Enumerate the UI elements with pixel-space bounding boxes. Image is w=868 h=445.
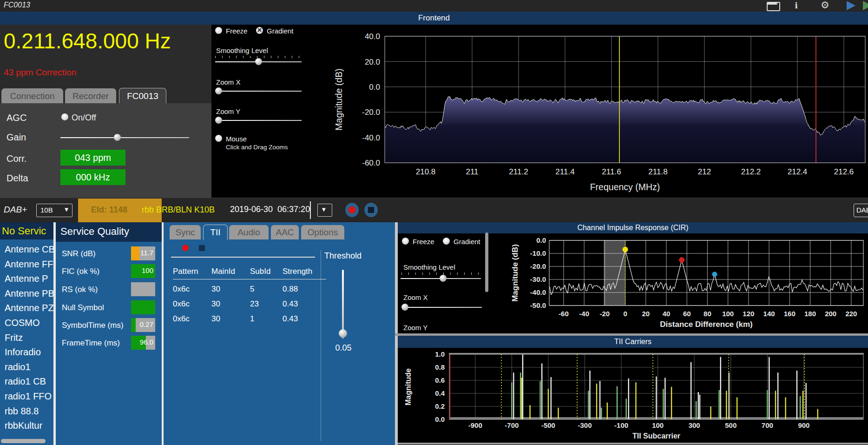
threshold-slider-track[interactable] xyxy=(342,270,344,339)
tuner-panel: 0.211.648.000 Hz 43 ppm Correction Conne… xyxy=(0,25,211,198)
window-title: FC0013 xyxy=(4,1,30,9)
cir-freeze-radio[interactable] xyxy=(402,238,409,245)
quality-row-snr: SNR (dB) 11.7 xyxy=(56,246,162,260)
tab-recorder[interactable]: Recorder xyxy=(65,88,116,104)
tab-tii[interactable]: TII xyxy=(203,225,228,240)
zoom-y-slider-track[interactable] xyxy=(215,120,302,121)
record-button[interactable] xyxy=(345,203,359,217)
svg-text:-40.0: -40.0 xyxy=(362,133,380,142)
eid-value: EId: 1148 xyxy=(91,205,127,215)
service-item[interactable]: Antenne CB xyxy=(0,242,53,257)
tii-table: Pattern MainId SubId Strength 0x6c 30 5 … xyxy=(173,267,326,324)
services-hscrollbar[interactable] xyxy=(1,439,46,443)
svg-text:0.0: 0.0 xyxy=(435,415,445,423)
cir-controls-scrollbar[interactable] xyxy=(485,232,488,292)
zoom-x-slider-handle[interactable] xyxy=(215,87,222,94)
settings-gear-icon[interactable]: ⚙ xyxy=(821,0,829,11)
play-icon[interactable] xyxy=(847,1,855,10)
tii-carriers-plot[interactable]: -900-700-500-300-1001003005007009000.00.… xyxy=(398,348,868,445)
chevron-down-icon: ▼ xyxy=(65,207,68,212)
agc-radio[interactable] xyxy=(61,113,68,120)
tii-record-dot-icon[interactable] xyxy=(182,245,189,251)
col-header-strength: Strength xyxy=(283,267,326,276)
svg-text:-10.0: -10.0 xyxy=(530,249,546,257)
quality-header-label: Service Quality xyxy=(60,226,129,238)
svg-text:300: 300 xyxy=(689,421,700,429)
cir-zoom-x-slider-handle[interactable] xyxy=(401,304,408,311)
service-item[interactable]: rbbKultur xyxy=(0,418,53,433)
ensemble-name: rbb BRB/BLN K10B xyxy=(142,205,215,215)
tab-aac[interactable]: AAC xyxy=(271,225,299,239)
corr-label: Corr. xyxy=(7,153,26,164)
threshold-value: 0.05 xyxy=(332,343,355,353)
gain-slider-track[interactable] xyxy=(60,137,189,138)
play-green-icon[interactable] xyxy=(863,1,868,10)
stop-button[interactable] xyxy=(364,203,378,217)
zoom-y-label: Zoom Y xyxy=(216,107,240,115)
svg-text:-20: -20 xyxy=(600,310,610,318)
spectrum-plot[interactable]: 210.8211211.2211.4211.6211.8212212.2212.… xyxy=(307,25,868,198)
svg-text:120: 120 xyxy=(743,310,754,318)
dab-button[interactable]: DAB xyxy=(854,204,868,217)
tab-connection[interactable]: Connection xyxy=(1,88,63,104)
mouse-radio[interactable] xyxy=(215,135,222,142)
service-item[interactable]: Antenne P xyxy=(0,272,53,286)
threshold-slider-handle[interactable] xyxy=(339,329,347,338)
bar-divider xyxy=(310,201,311,219)
svg-text:-20.0: -20.0 xyxy=(362,108,380,117)
tab-options[interactable]: Options xyxy=(301,225,344,239)
freeze-label: Freeze xyxy=(226,27,248,35)
svg-text:500: 500 xyxy=(725,421,736,429)
cir-gradient-radio[interactable] xyxy=(443,238,450,245)
gradient-radio[interactable] xyxy=(256,27,263,34)
svg-text:Frequency (MHz): Frequency (MHz) xyxy=(590,182,660,192)
cir-smoothing-tickmarks xyxy=(401,272,481,275)
tab-audio[interactable]: Audio xyxy=(229,225,269,239)
threshold-divider xyxy=(321,250,321,441)
gain-slider-handle[interactable] xyxy=(114,134,121,141)
table-row: 0x6c 30 1 0.43 xyxy=(173,309,326,324)
table-row: 0x6c 30 23 0.43 xyxy=(173,294,326,309)
svg-text:0.8: 0.8 xyxy=(435,363,445,371)
svg-text:180: 180 xyxy=(804,310,816,318)
service-item[interactable]: Antenne PBG xyxy=(0,286,53,301)
cir-zoom-x-slider-track[interactable] xyxy=(401,307,482,308)
cir-smoothing-slider-handle[interactable] xyxy=(440,275,447,282)
zoom-x-slider-track[interactable] xyxy=(215,91,302,92)
channel-select[interactable]: 10B ▼ xyxy=(36,204,72,217)
cir-panel: Channel Impulse Response (CIR) Freeze Gr… xyxy=(398,222,868,334)
service-item[interactable]: radio1 FFO xyxy=(0,389,53,404)
tab-sync[interactable]: Sync xyxy=(170,225,201,239)
tii-stop-square-icon[interactable] xyxy=(199,245,205,251)
delta-value: 000 kHz xyxy=(60,169,125,185)
svg-text:-500: -500 xyxy=(541,421,555,429)
cir-header: Channel Impulse Response (CIR) xyxy=(398,222,868,233)
window-icon[interactable]: ••• xyxy=(767,2,780,11)
tab-fc0013[interactable]: FC0013 xyxy=(119,88,166,104)
service-item[interactable]: rbb 88.8 xyxy=(0,404,53,419)
cir-gradient-label: Gradient xyxy=(454,238,480,246)
smoothing-label: Smoothing Level xyxy=(216,46,268,54)
service-item[interactable]: radio1 CB xyxy=(0,374,53,389)
quality-row-frametime: FrameTime (ms) 96.0 xyxy=(56,336,162,350)
smoothing-slider-handle[interactable] xyxy=(255,58,262,65)
cir-plot[interactable]: -60-40-200204060801001201401601802002200… xyxy=(511,233,868,334)
svg-text:211.6: 211.6 xyxy=(602,167,621,176)
svg-text:60: 60 xyxy=(683,310,691,318)
threshold-label: Threshold xyxy=(324,251,362,261)
service-item[interactable]: Fritz xyxy=(0,331,53,345)
freeze-radio[interactable] xyxy=(215,27,222,34)
service-item[interactable]: Inforadio xyxy=(0,345,53,360)
frontend-body: 0.211.648.000 Hz 43 ppm Correction Conne… xyxy=(0,25,868,198)
scan-dropdown-button[interactable]: ▼ xyxy=(317,204,332,217)
dab-button-label: DAB xyxy=(856,206,868,214)
info-icon[interactable]: ℹ xyxy=(795,0,798,10)
zoom-y-slider-handle[interactable] xyxy=(215,117,222,124)
service-item[interactable]: COSMO xyxy=(0,316,53,331)
service-quality-panel: Service Quality SNR (dB) 11.7 FIC (ok %)… xyxy=(56,222,162,445)
record-dot-icon xyxy=(349,206,355,213)
tii-carriers-panel: TII Carriers -900-700-500-300-1001003005… xyxy=(398,336,868,445)
service-item[interactable]: Antenne FFO xyxy=(0,257,53,272)
service-item[interactable]: Antenne PZL xyxy=(0,301,53,316)
service-item[interactable]: radio1 xyxy=(0,360,53,375)
